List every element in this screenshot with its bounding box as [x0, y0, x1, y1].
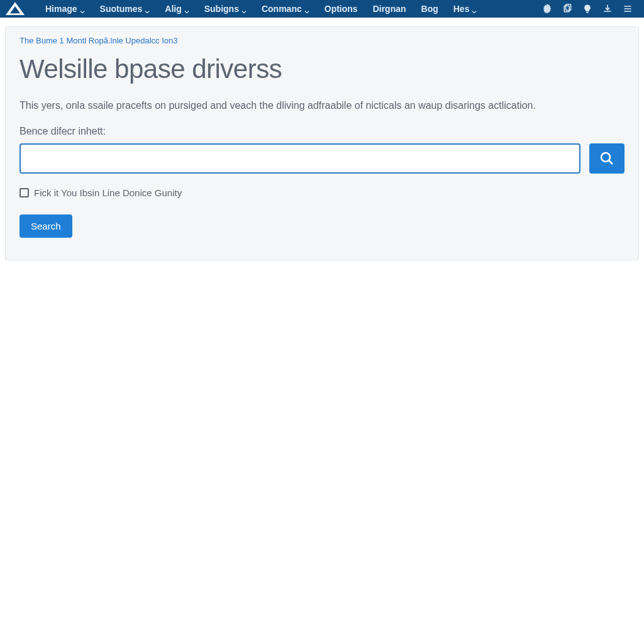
checkbox-icon[interactable]: [19, 188, 29, 197]
search-input[interactable]: [19, 143, 580, 174]
chevron-down-icon: [145, 6, 150, 11]
page-title: Welsille bpase driverss: [19, 54, 625, 84]
brand-logo[interactable]: [0, 0, 30, 18]
chevron-down-icon: [184, 6, 189, 11]
nav-item-suotumes[interactable]: Suotumes: [92, 0, 158, 18]
page-intro: This yers, onla ssaile pracefts on pursi…: [19, 98, 625, 113]
nav-item-conmanc[interactable]: Conmanc: [254, 0, 317, 18]
nav-label: Conmanc: [262, 4, 302, 14]
bulb-icon[interactable]: [581, 3, 594, 15]
search-icon: [599, 151, 614, 166]
nav-item-subigns[interactable]: Subigns: [197, 0, 254, 18]
nav-label: Suotumes: [100, 4, 143, 14]
search-button[interactable]: Search: [19, 214, 72, 238]
copy-icon[interactable]: [561, 3, 574, 15]
breadcrumb[interactable]: The Bume 1 Montl Ropã.lnle Upedalcc Ion3: [19, 36, 625, 45]
search-icon-button[interactable]: [589, 143, 625, 174]
breadcrumb-text: The Bume 1 Montl Ropã.lnle Upedalcc Ion3: [19, 36, 177, 45]
search-label: Bence difecr inhett:: [19, 126, 625, 137]
chevron-down-icon: [304, 6, 309, 11]
menu-icon[interactable]: [621, 3, 634, 15]
nav-item-options[interactable]: Options: [317, 0, 365, 18]
nav-label: Subigns: [204, 4, 239, 14]
nav-label: Hes: [453, 4, 470, 14]
svg-rect-1: [566, 4, 571, 11]
nav-label: Himage: [45, 4, 77, 14]
nav-label: Dirgnan: [373, 4, 406, 14]
chevron-down-icon: [242, 6, 247, 11]
svg-point-2: [601, 153, 610, 162]
nav-item-bog[interactable]: Bog: [414, 0, 446, 18]
download-icon[interactable]: [601, 3, 614, 15]
chevron-down-icon: [472, 6, 477, 11]
nav-item-dirgnan[interactable]: Dirgnan: [365, 0, 414, 18]
nav-label: Bog: [421, 4, 438, 14]
search-row: [19, 143, 625, 174]
toolbar-icons: [541, 3, 634, 15]
primary-nav: Himage Suotumes Alig Subigns Conmanc: [38, 0, 541, 18]
triangle-logo-icon: [5, 1, 25, 16]
chevron-down-icon: [80, 6, 85, 11]
checkbox-label: Fick it You Ibsin Line Donice Gunity: [34, 187, 182, 198]
svg-rect-0: [564, 6, 569, 12]
nav-item-alig[interactable]: Alig: [157, 0, 196, 18]
nav-item-himage[interactable]: Himage: [38, 0, 92, 18]
checkbox-row[interactable]: Fick it You Ibsin Line Donice Gunity: [19, 187, 625, 198]
nav-item-hes[interactable]: Hes: [446, 0, 485, 18]
top-nav-bar: Himage Suotumes Alig Subigns Conmanc: [0, 0, 644, 18]
nav-label: Alig: [165, 4, 181, 14]
page-panel: The Bume 1 Montl Ropã.lnle Upedalcc Ion3…: [5, 26, 639, 260]
gear-icon[interactable]: [541, 3, 553, 15]
nav-label: Options: [325, 4, 358, 14]
